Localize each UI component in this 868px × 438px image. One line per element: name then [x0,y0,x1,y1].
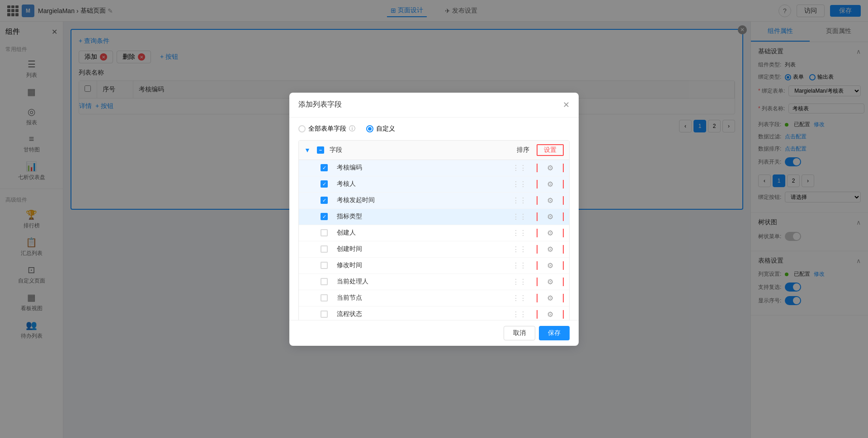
minus-icon: − [319,147,322,153]
field-item-creator: 创建人 ⋮⋮ ⚙ [299,225,569,241]
modal-overlay: 添加列表字段 ✕ 全部表单字段 ⓘ 自定义 [0,0,868,438]
drag-icon-5: ⋮⋮ [512,229,527,237]
gear-icon-8[interactable]: ⚙ [547,278,553,286]
checkbox-current-node[interactable] [321,294,328,301]
all-fields-label: 全部表单字段 [308,125,346,133]
gear-icon-5[interactable]: ⚙ [547,229,553,237]
field-item-index-type: ✓ 指标类型 ⋮⋮ ⚙ [299,209,569,225]
field-item-modify-time: 修改时间 ⋮⋮ ⚙ [299,258,569,274]
drag-handle-audit-code[interactable]: ⋮⋮ [506,164,533,172]
drag-icon-8: ⋮⋮ [512,278,527,286]
field-name-index-type: 指标类型 [337,212,502,221]
checkbox-creator[interactable] [321,229,328,236]
settings-cell-flow-status: ⚙ [537,310,564,319]
field-type-row: 全部表单字段 ⓘ 自定义 [298,125,570,133]
field-name-create-time: 创建时间 [337,245,502,253]
settings-cell-current-node: ⚙ [537,294,564,302]
modal-close-icon[interactable]: ✕ [563,100,570,110]
gear-icon-10[interactable]: ⚙ [547,311,553,318]
info-icon: ⓘ [349,125,355,133]
drag-icon-9: ⋮⋮ [512,294,527,302]
checkbox-flow-status[interactable] [321,311,328,318]
settings-col-header: 设置 [537,144,564,156]
settings-cell-create-time: ⚙ [537,245,564,254]
gear-icon-2[interactable]: ⚙ [547,180,553,188]
custom-radio [366,125,373,132]
checkbox-modify-time[interactable] [321,262,328,269]
settings-cell-audit-time: ⚙ [537,196,564,205]
field-item-audit-code: ✓ 考核编码 ⋮⋮ ⚙ [299,160,569,176]
drag-handle-audit-time[interactable]: ⋮⋮ [506,196,533,205]
drag-icon-4: ⋮⋮ [512,213,527,221]
field-list-header: ▼ − 字段 排序 设置 [299,141,569,160]
field-name-flow-status: 流程状态 [337,310,502,318]
field-name-current-node: 当前节点 [337,294,502,302]
cancel-button[interactable]: 取消 [504,326,535,340]
field-name-audit-time: 考核发起时间 [337,196,502,204]
settings-cell-current-handler: ⚙ [537,278,564,286]
field-col-header: 字段 [330,146,509,154]
header-parent-checkbox[interactable]: − [317,146,324,154]
add-fields-modal: 添加列表字段 ✕ 全部表单字段 ⓘ 自定义 [289,93,579,346]
field-item-flow-status: 流程状态 ⋮⋮ ⚙ [299,306,569,320]
field-name-current-handler: 当前处理人 [337,278,502,286]
gear-icon[interactable]: ⚙ [547,164,553,172]
field-name-modify-time: 修改时间 [337,261,502,269]
expand-icon[interactable]: ▼ [304,146,311,154]
field-name-auditor: 考核人 [337,180,502,188]
checkbox-create-time[interactable] [321,245,328,253]
field-item-auditor: ✓ 考核人 ⋮⋮ ⚙ [299,176,569,193]
drag-icon-2: ⋮⋮ [512,180,527,188]
settings-cell-creator: ⚙ [537,229,564,237]
gear-icon-7[interactable]: ⚙ [547,262,553,269]
gear-icon-6[interactable]: ⚙ [547,245,553,253]
drag-icon-3: ⋮⋮ [512,197,527,204]
modal-header: 添加列表字段 ✕ [289,93,579,118]
checkbox-audit-time[interactable]: ✓ [321,197,328,204]
checkbox-auditor[interactable]: ✓ [321,180,328,188]
modal-footer: 取消 保存 [289,320,579,346]
field-item-current-node: 当前节点 ⋮⋮ ⚙ [299,290,569,306]
drag-icon-6: ⋮⋮ [512,245,527,253]
modal-save-button[interactable]: 保存 [539,326,570,340]
drag-handle-index-type[interactable]: ⋮⋮ [506,212,533,221]
gear-icon-3[interactable]: ⚙ [547,197,553,204]
header-checkbox-cell: − [317,146,330,154]
header-expand: ▼ [304,146,317,154]
all-fields-radio [298,125,306,132]
settings-cell-index-type: ⚙ [537,212,564,221]
field-name-creator: 创建人 [337,229,502,237]
drag-handle-creator[interactable]: ⋮⋮ [506,229,533,237]
drag-icon-7: ⋮⋮ [512,262,527,269]
custom-option[interactable]: 自定义 [366,125,395,133]
field-name-audit-code: 考核编码 [337,164,502,172]
order-col-header: 排序 [509,146,537,154]
field-item-current-handler: 当前处理人 ⋮⋮ ⚙ [299,274,569,290]
drag-icon: ⋮⋮ [512,164,527,172]
field-list-container: ▼ − 字段 排序 设置 ✓ [298,140,570,320]
gear-icon-4[interactable]: ⚙ [547,213,553,221]
field-item-create-time: 创建时间 ⋮⋮ ⚙ [299,241,569,258]
field-item-audit-time: ✓ 考核发起时间 ⋮⋮ ⚙ [299,193,569,209]
custom-label: 自定义 [376,125,395,133]
drag-icon-10: ⋮⋮ [512,311,527,318]
checkbox-index-type[interactable]: ✓ [321,213,328,220]
modal-body: 全部表单字段 ⓘ 自定义 ▼ − [289,118,579,320]
gear-icon-9[interactable]: ⚙ [547,294,553,302]
settings-cell-audit-code: ⚙ [537,164,564,172]
settings-cell-auditor: ⚙ [537,180,564,188]
drag-handle-auditor[interactable]: ⋮⋮ [506,180,533,188]
modal-title: 添加列表字段 [298,100,342,109]
all-fields-option[interactable]: 全部表单字段 ⓘ [298,125,355,133]
checkbox-current-handler[interactable] [321,278,328,285]
checkbox-audit-code[interactable]: ✓ [321,164,328,171]
settings-cell-modify-time: ⚙ [537,261,564,270]
